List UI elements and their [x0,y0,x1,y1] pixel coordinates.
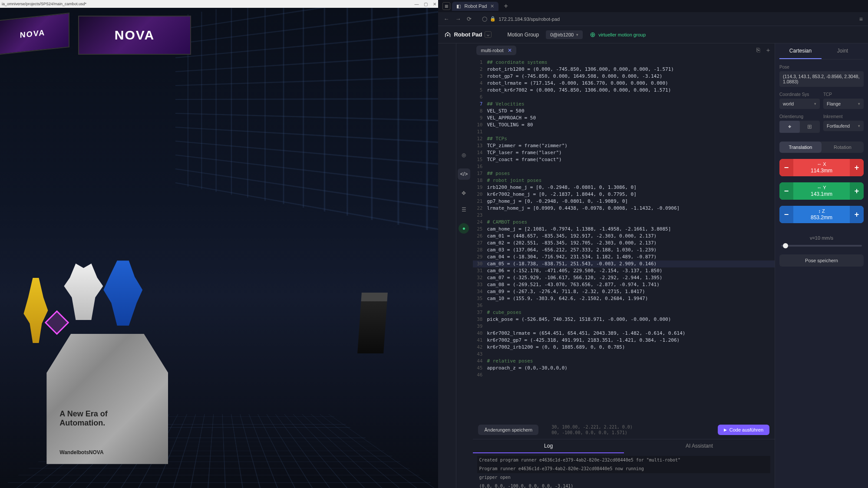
code-line[interactable]: 21gp7_home_j = [0, -0.2948, -0.0801, 0, … [473,198,775,205]
z-plus-button[interactable]: + [850,206,864,223]
code-line[interactable]: 15TCP_coact = frame("coact") [473,156,775,163]
code-line[interactable]: 5robot_kr6r7002 = (0.000, 745.850, 1306.… [473,87,775,94]
back-button[interactable]: ← [443,16,449,22]
code-line[interactable]: 33cam_08 = (-269.521, -43.070, 763.656, … [473,281,775,288]
code-line[interactable]: 20kr6r7002_home_j = [0, -2.1837, 1.8044,… [473,191,775,198]
viewport-3d[interactable]: NOVA NOVA A New Era of Automation. Wande… [0,8,438,488]
cartesian-tab[interactable]: Cartesian [779,43,822,59]
code-line[interactable]: 36 [473,302,775,309]
target-icon[interactable]: ◎ [462,152,466,158]
code-icon[interactable]: </> [458,168,470,180]
speed-slider[interactable] [781,245,862,247]
orient-mode-1[interactable]: ⌖ [779,121,800,133]
increment-select[interactable]: Fortlaufend▾ [823,121,864,131]
code-line[interactable]: 17## poses [473,170,775,177]
code-line[interactable]: 41kr6r7002_gp7 = (-425.318, 491.991, 218… [473,337,775,344]
forward-button[interactable]: → [455,16,461,22]
new-tab-button[interactable]: + [500,2,511,10]
code-editor[interactable]: 1## coordinate systems2robot_irb1200 = (… [473,57,775,421]
file-tab-close-icon[interactable]: ✕ [508,47,512,53]
log-tab[interactable]: Log [473,439,624,453]
pose-value-field[interactable]: (114.3, 143.1, 853.2, -0.8566, 2.3048, 1… [779,71,864,87]
close-button[interactable]: ✕ [433,2,436,7]
code-line[interactable]: 31cam_06 = (-152.178, -471.405, 229.500,… [473,267,775,274]
code-line[interactable]: 38pick_pose = (-526.845, 740.352, 1518.9… [473,316,775,323]
file-tab[interactable]: multi-robot ✕ [476,46,516,55]
code-line[interactable]: 14TCP_laser = frame("laser") [473,149,775,156]
code-line[interactable]: 7## Velocities [473,101,775,108]
rotation-toggle[interactable]: Rotation [822,142,864,153]
tab-overview-icon[interactable]: ▦ [442,2,450,10]
window-titlebar[interactable]: ia_omniverse/projects/SPS24/main_cambot.… [0,0,438,8]
run-code-button[interactable]: Code ausführen [718,425,769,435]
code-line[interactable]: 1## coordinate systems [473,59,775,66]
code-line[interactable]: 23 [473,212,775,219]
code-line[interactable]: 30cam_05 = (-18.738, -838.751, 251.543, … [473,260,775,267]
add-file-icon[interactable]: ＋ [765,46,771,54]
code-line[interactable]: 29cam_04 = (-18.304, -716.942, 231.534, … [473,254,775,260]
code-line[interactable]: 12## TCPs [473,135,775,142]
reload-button[interactable]: ⟳ [467,16,472,22]
coord-sys-select[interactable]: world▾ [779,99,820,109]
code-line[interactable]: 9VEL_APPROACH = 50 [473,115,775,122]
code-line[interactable]: 40kr6r7002_lrmate = (654.451, 654.451, 2… [473,330,775,337]
y-minus-button[interactable]: − [779,182,793,200]
code-line[interactable]: 10VEL_TOOLING = 80 [473,122,775,129]
code-line[interactable]: 11 [473,129,775,135]
save-pose-button[interactable]: Pose speichern [779,254,864,267]
browser-menu-icon[interactable]: ≡ [859,16,863,23]
x-plus-button[interactable]: + [850,159,864,176]
address-field[interactable]: ◯ 🔒 172.21.184.93/sps/robot-pad [478,15,853,23]
code-line[interactable]: 2robot_irb1200 = (0.000, -745.850, 1306.… [473,66,775,73]
code-line[interactable]: 35cam_10 = (155.9, -303.9, 642.6, -2.150… [473,295,775,302]
app-menu-chevron-icon[interactable]: ⌵ [485,31,492,38]
code-line[interactable]: 34cam_09 = (-267.3, -276.4, 711.8, -2.32… [473,288,775,295]
save-changes-button[interactable]: Änderungen speichern [478,425,538,435]
minimize-button[interactable]: — [414,2,419,7]
code-line[interactable]: 16 [473,163,775,170]
kiosk-stand [357,293,388,353]
code-line[interactable]: 43 [473,351,775,358]
code-line[interactable]: 45approach_z = (0,0,-30,0,0,0) [473,365,775,372]
code-line[interactable]: 4robot_lrmate = (717.154, -0.000, 1636.7… [473,80,775,87]
virtual-motion-group-indicator[interactable]: virtueller motion group [590,32,646,38]
code-line[interactable]: 25cam_home_j = [2.1081, -0.7974, 1.1388,… [473,226,775,233]
maximize-button[interactable]: ▢ [424,2,428,7]
move-icon[interactable]: ✥ [462,190,466,196]
tcp-select[interactable]: Flange▾ [823,99,864,109]
code-line[interactable]: 32cam_07 = (-325.929, -106.617, 566.120,… [473,274,775,281]
code-line[interactable]: 13TCP_zimmer = frame("zimmer") [473,142,775,149]
code-line[interactable]: 27cam_02 = (202.551, -835.345, 192.705, … [473,240,775,247]
log-output[interactable]: Created program runner e4636c1d-e379-4ab… [473,453,775,488]
code-line[interactable]: 39 [473,323,775,330]
slider-thumb[interactable] [783,243,788,248]
code-line[interactable]: 46 [473,372,775,379]
z-minus-button[interactable]: − [779,206,793,223]
translation-toggle[interactable]: Translation [779,142,822,153]
list-icon[interactable]: ☰ [462,207,466,213]
code-line[interactable]: 26cam_01 = (448.657, -835.345, 192.917, … [473,233,775,240]
code-line[interactable]: 6 [473,94,775,101]
ai-assistant-tab[interactable]: AI Assistant [624,439,775,453]
browser-tab[interactable]: ◧ Robot Pad ✕ [452,2,498,11]
code-line[interactable]: 3robot_gp7 = (-745.850, 0.000, 1649.508,… [473,73,775,80]
copy-icon[interactable]: ⎘ [756,46,760,54]
code-line[interactable]: 44# relative poses [473,358,775,365]
joint-tab[interactable]: Joint [822,43,864,59]
code-line[interactable]: 19irb1200_home_j = [0, -0.2948, -0.0801,… [473,184,775,191]
code-line[interactable]: 24# CAMBOT poses [473,219,775,226]
code-line[interactable]: 28cam_03 = (137.064, -656.212, 257.333, … [473,247,775,254]
motion-group-select[interactable]: 0@irb1200 ▾ [546,30,583,39]
code-line[interactable]: 18# robot joint poses [473,177,775,184]
status-green-icon[interactable]: ● [459,223,469,234]
code-line[interactable]: 22lrmate_home_j = [0.0909, 0.4438, -0.09… [473,205,775,212]
app-logo[interactable]: Robot Pad ⌵ [444,31,492,38]
code-line[interactable]: 8VEL_STD = 500 [473,108,775,115]
y-plus-button[interactable]: + [850,182,864,200]
code-line[interactable]: 37# cube_poses [473,309,775,316]
tab-close-icon[interactable]: ✕ [490,3,494,9]
code-line[interactable]: 42kr6r7002_irb1200 = (0, 0, 1885.689, 0,… [473,344,775,351]
display-screen-left: NOVA [0,13,69,55]
orient-mode-2[interactable]: ⊞ [800,121,820,133]
x-minus-button[interactable]: − [779,159,793,176]
